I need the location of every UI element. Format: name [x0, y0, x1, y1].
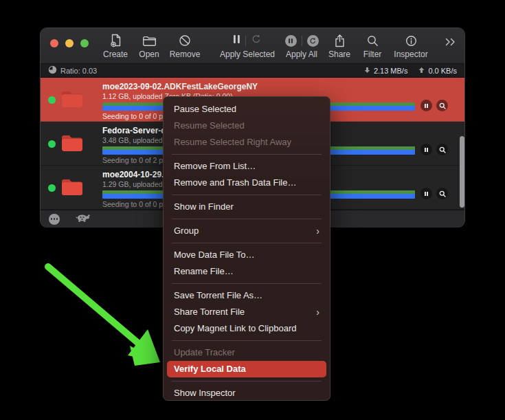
- pause-all-icon[interactable]: [285, 35, 297, 47]
- menu-separator: [172, 283, 322, 284]
- menu-item-remove-from-list[interactable]: Remove From List…: [164, 158, 330, 175]
- ratio-pie-icon: [48, 65, 57, 76]
- menu-item-update-tracker: Update Tracker: [164, 344, 330, 361]
- status-bar: Ratio: 0.03 2.13 MB/s 0.0 KB/s: [41, 64, 464, 78]
- menu-separator: [172, 154, 322, 155]
- pause-selected-icon[interactable]: [233, 34, 240, 47]
- submenu-chevron-icon: ›: [316, 304, 319, 320]
- menu-item-pause-selected[interactable]: Pause Selected: [164, 101, 330, 118]
- ratio-value: Ratio: 0.03: [60, 67, 97, 75]
- row-pause-button[interactable]: [420, 188, 432, 199]
- upload-arrow-icon: [418, 67, 425, 75]
- download-speed: 2.13 MB/s: [364, 67, 408, 75]
- menu-item-share-torrent-file[interactable]: Share Torrent File ›: [164, 304, 330, 320]
- toolbar: Create Open Remove App: [41, 28, 464, 64]
- toolbar-inspector-label: Inspector: [394, 49, 427, 59]
- status-dot: [48, 96, 56, 104]
- menu-item-verify-local-data[interactable]: Verify Local Data: [167, 361, 326, 377]
- menu-item-resume-selected-right-away: Resume Selected Right Away: [164, 134, 330, 151]
- info-circle-icon: [405, 33, 417, 48]
- toolbar-group-divider: [245, 36, 246, 46]
- menu-separator: [172, 219, 322, 219]
- action-ellipsis-button[interactable]: [49, 214, 60, 225]
- menu-separator: [172, 195, 322, 195]
- vertical-scrollbar-thumb[interactable]: [460, 136, 464, 208]
- prohibited-icon: [179, 33, 191, 48]
- folder-icon: [60, 177, 84, 199]
- download-arrow-icon: [364, 67, 370, 75]
- row-magnifier-button[interactable]: [436, 100, 448, 111]
- row-magnifier-button[interactable]: [436, 144, 448, 155]
- folder-icon: [60, 89, 84, 111]
- menu-separator: [172, 381, 322, 382]
- close-window-button[interactable]: [50, 39, 58, 47]
- toolbar-overflow-chevron-icon[interactable]: [445, 37, 456, 49]
- menu-item-share-torrent-file-label: Share Torrent File: [174, 304, 245, 320]
- toolbar-inspector-button[interactable]: Inspector: [373, 33, 449, 59]
- menu-item-rename-file[interactable]: Rename File…: [164, 263, 330, 280]
- download-speed-value: 2.13 MB/s: [374, 67, 408, 75]
- folder-icon: [60, 133, 84, 155]
- submenu-chevron-icon: ›: [316, 223, 319, 239]
- context-menu: Pause Selected Resume Selected Resume Se…: [163, 96, 330, 401]
- menu-item-remove-and-trash-data-file[interactable]: Remove and Trash Data File…: [164, 175, 330, 191]
- turtle-speed-limit-icon[interactable]: [75, 213, 91, 225]
- toolbar-remove-label: Remove: [170, 49, 201, 59]
- row-pause-button[interactable]: [420, 144, 432, 155]
- menu-item-group[interactable]: Group ›: [164, 223, 330, 239]
- menu-item-save-torrent-file-as[interactable]: Save Torrent File As…: [164, 287, 330, 304]
- menu-item-copy-magnet-link[interactable]: Copy Magnet Link to Clipboard: [164, 320, 330, 337]
- menu-separator: [172, 243, 322, 243]
- torrent-name: moe2023-09-02.ADKFestLakeGeorgeNY: [102, 82, 258, 91]
- status-dot: [48, 184, 56, 192]
- status-dot: [48, 140, 56, 148]
- menu-item-group-label: Group: [174, 223, 199, 239]
- menu-item-resume-selected: Resume Selected: [164, 118, 330, 134]
- resume-selected-icon: [251, 34, 262, 47]
- minimize-window-button[interactable]: [65, 39, 74, 47]
- upload-speed-value: 0.0 KB/s: [428, 67, 457, 75]
- upload-speed: 0.0 KB/s: [418, 67, 457, 75]
- row-pause-button[interactable]: [420, 100, 432, 111]
- menu-item-move-data-file-to[interactable]: Move Data File To…: [164, 247, 330, 263]
- row-magnifier-button[interactable]: [436, 188, 448, 199]
- menu-item-show-inspector[interactable]: Show Inspector: [164, 385, 330, 401]
- menu-separator: [172, 340, 322, 341]
- menu-item-show-in-finder[interactable]: Show in Finder: [164, 199, 330, 215]
